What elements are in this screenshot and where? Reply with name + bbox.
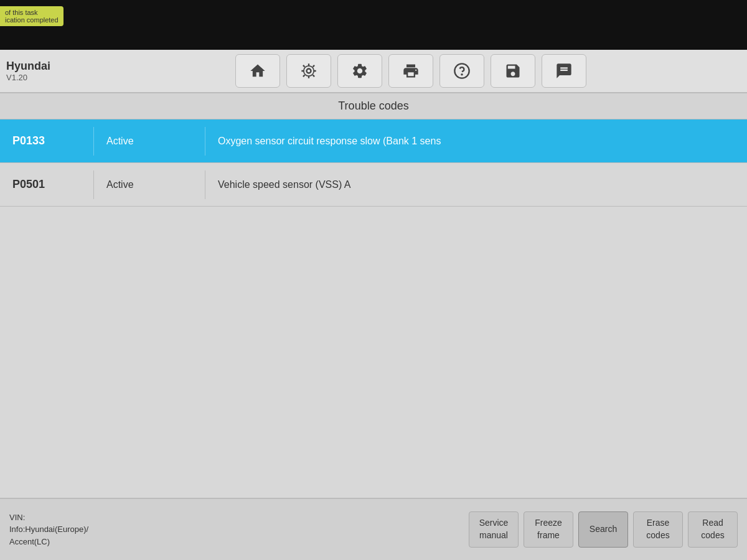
settings-button[interactable] — [337, 54, 382, 88]
status-1: Active — [93, 127, 205, 156]
status-2: Active — [93, 170, 205, 199]
notification-badge: of this task ication completed — [0, 6, 63, 26]
action-buttons: Servicemanual Freezeframe Search Eraseco… — [469, 511, 738, 547]
top-black-bar: of this task ication completed — [0, 0, 747, 50]
vin-info: VIN: Info:Hyundai(Europe)/Accent(LC) — [9, 511, 463, 548]
description-2: Vehicle speed sensor (VSS) A — [205, 170, 747, 199]
erase-codes-button[interactable]: Erasecodes — [633, 511, 683, 547]
header-bar: Hyundai V1.20 — [0, 50, 747, 93]
brand-info: Hyundai V1.20 — [6, 60, 81, 82]
code-2: P0501 — [0, 169, 93, 200]
vin-detail: Info:Hyundai(Europe)/Accent(LC) — [9, 523, 463, 548]
vin-label: VIN: — [9, 511, 463, 524]
freeze-frame-button[interactable]: Freezeframe — [524, 511, 573, 547]
home-button[interactable] — [235, 54, 280, 88]
bottom-bar: VIN: Info:Hyundai(Europe)/Accent(LC) Ser… — [0, 498, 747, 560]
save-button[interactable] — [491, 54, 535, 88]
help-button[interactable] — [439, 54, 484, 88]
print-button[interactable] — [388, 54, 433, 88]
svg-point-1 — [304, 66, 314, 76]
read-codes-button[interactable]: Readcodes — [688, 511, 738, 547]
trouble-code-row-2[interactable]: P0501 Active Vehicle speed sensor (VSS) … — [0, 163, 747, 207]
trouble-codes-table: P0133 Active Oxygen sensor circuit respo… — [0, 119, 747, 498]
service-manual-button[interactable]: Servicemanual — [469, 511, 519, 547]
trouble-code-row-1[interactable]: P0133 Active Oxygen sensor circuit respo… — [0, 119, 747, 163]
messages-button[interactable] — [542, 54, 586, 88]
diagnostic-screen: Hyundai V1.20 — [0, 50, 747, 560]
description-1: Oxygen sensor circuit response slow (Ban… — [205, 127, 747, 156]
code-1: P0133 — [0, 126, 93, 156]
svg-point-0 — [307, 69, 311, 73]
page-title: Trouble codes — [0, 93, 747, 119]
brand-version: V1.20 — [6, 73, 81, 82]
brand-name: Hyundai — [6, 60, 81, 73]
toolbar — [81, 54, 741, 88]
search-button[interactable]: Search — [578, 511, 628, 547]
system-button[interactable] — [286, 54, 331, 88]
